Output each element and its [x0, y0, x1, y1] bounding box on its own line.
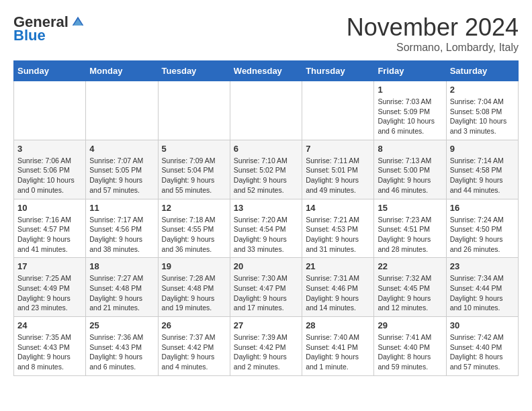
calendar-cell: 29Sunrise: 7:41 AM Sunset: 4:40 PM Dayli… — [374, 317, 446, 376]
day-number: 25 — [89, 320, 154, 330]
calendar-cell: 11Sunrise: 7:17 AM Sunset: 4:56 PM Dayli… — [86, 199, 158, 258]
day-info: Sunrise: 7:27 AM Sunset: 4:48 PM Dayligh… — [89, 273, 154, 313]
logo-icon — [71, 15, 85, 29]
calendar-cell: 21Sunrise: 7:31 AM Sunset: 4:46 PM Dayli… — [302, 258, 374, 317]
calendar-week-2: 10Sunrise: 7:16 AM Sunset: 4:57 PM Dayli… — [14, 199, 519, 258]
calendar-cell — [86, 81, 158, 140]
day-number: 8 — [378, 144, 442, 154]
calendar-cell: 28Sunrise: 7:40 AM Sunset: 4:41 PM Dayli… — [302, 317, 374, 376]
day-number: 30 — [450, 320, 515, 330]
calendar-cell: 3Sunrise: 7:06 AM Sunset: 5:06 PM Daylig… — [14, 140, 86, 199]
calendar-cell: 24Sunrise: 7:35 AM Sunset: 4:43 PM Dayli… — [14, 317, 86, 376]
day-info: Sunrise: 7:06 AM Sunset: 5:06 PM Dayligh… — [17, 156, 82, 195]
calendar-week-4: 24Sunrise: 7:35 AM Sunset: 4:43 PM Dayli… — [14, 317, 519, 376]
day-info: Sunrise: 7:30 AM Sunset: 4:47 PM Dayligh… — [234, 273, 298, 313]
calendar-week-3: 17Sunrise: 7:25 AM Sunset: 4:49 PM Dayli… — [14, 258, 519, 317]
day-info: Sunrise: 7:31 AM Sunset: 4:46 PM Dayligh… — [306, 273, 370, 313]
day-number: 17 — [17, 261, 82, 271]
calendar-cell — [14, 81, 86, 140]
day-info: Sunrise: 7:35 AM Sunset: 4:43 PM Dayligh… — [17, 332, 82, 372]
day-info: Sunrise: 7:40 AM Sunset: 4:41 PM Dayligh… — [306, 332, 370, 372]
day-info: Sunrise: 7:42 AM Sunset: 4:40 PM Dayligh… — [450, 332, 515, 372]
day-number: 19 — [162, 261, 226, 271]
calendar-cell: 9Sunrise: 7:14 AM Sunset: 4:58 PM Daylig… — [446, 140, 518, 199]
col-tuesday: Tuesday — [158, 61, 230, 81]
day-info: Sunrise: 7:24 AM Sunset: 4:50 PM Dayligh… — [450, 215, 515, 255]
calendar-week-0: 1Sunrise: 7:03 AM Sunset: 5:09 PM Daylig… — [14, 81, 519, 140]
calendar-cell: 22Sunrise: 7:32 AM Sunset: 4:45 PM Dayli… — [374, 258, 446, 317]
calendar-cell: 18Sunrise: 7:27 AM Sunset: 4:48 PM Dayli… — [86, 258, 158, 317]
day-info: Sunrise: 7:14 AM Sunset: 4:58 PM Dayligh… — [450, 156, 515, 195]
calendar-cell — [158, 81, 230, 140]
calendar-cell: 25Sunrise: 7:36 AM Sunset: 4:43 PM Dayli… — [86, 317, 158, 376]
day-number: 26 — [162, 320, 226, 330]
col-saturday: Saturday — [446, 61, 518, 81]
calendar-cell: 14Sunrise: 7:21 AM Sunset: 4:53 PM Dayli… — [302, 199, 374, 258]
day-number: 7 — [306, 144, 370, 154]
calendar-cell — [230, 81, 302, 140]
day-info: Sunrise: 7:23 AM Sunset: 4:51 PM Dayligh… — [378, 215, 442, 255]
calendar-cell: 10Sunrise: 7:16 AM Sunset: 4:57 PM Dayli… — [14, 199, 86, 258]
day-info: Sunrise: 7:17 AM Sunset: 4:56 PM Dayligh… — [89, 215, 154, 255]
day-number: 6 — [234, 144, 298, 154]
day-info: Sunrise: 7:11 AM Sunset: 5:01 PM Dayligh… — [306, 156, 370, 195]
calendar-cell: 23Sunrise: 7:34 AM Sunset: 4:44 PM Dayli… — [446, 258, 518, 317]
calendar-header: Sunday Monday Tuesday Wednesday Thursday… — [14, 61, 519, 81]
day-number: 27 — [234, 320, 298, 330]
logo: General Blue — [13, 13, 85, 44]
day-number: 29 — [378, 320, 442, 330]
calendar-body: 1Sunrise: 7:03 AM Sunset: 5:09 PM Daylig… — [14, 81, 519, 376]
day-number: 20 — [234, 261, 298, 271]
day-number: 5 — [162, 144, 226, 154]
day-number: 1 — [378, 85, 442, 95]
day-info: Sunrise: 7:37 AM Sunset: 4:42 PM Dayligh… — [162, 332, 226, 372]
day-info: Sunrise: 7:20 AM Sunset: 4:54 PM Dayligh… — [234, 215, 298, 255]
day-info: Sunrise: 7:07 AM Sunset: 5:05 PM Dayligh… — [89, 156, 154, 195]
day-number: 16 — [450, 203, 515, 213]
col-monday: Monday — [86, 61, 158, 81]
day-info: Sunrise: 7:39 AM Sunset: 4:42 PM Dayligh… — [234, 332, 298, 372]
day-info: Sunrise: 7:10 AM Sunset: 5:02 PM Dayligh… — [234, 156, 298, 195]
day-info: Sunrise: 7:36 AM Sunset: 4:43 PM Dayligh… — [89, 332, 154, 372]
location: Sormano, Lombardy, Italy — [347, 42, 519, 54]
day-number: 23 — [450, 261, 515, 271]
calendar-cell: 26Sunrise: 7:37 AM Sunset: 4:42 PM Dayli… — [158, 317, 230, 376]
day-info: Sunrise: 7:03 AM Sunset: 5:09 PM Dayligh… — [378, 97, 442, 136]
day-number: 22 — [378, 261, 442, 271]
calendar-cell: 2Sunrise: 7:04 AM Sunset: 5:08 PM Daylig… — [446, 81, 518, 140]
calendar-cell: 30Sunrise: 7:42 AM Sunset: 4:40 PM Dayli… — [446, 317, 518, 376]
day-info: Sunrise: 7:13 AM Sunset: 5:00 PM Dayligh… — [378, 156, 442, 195]
calendar-table: Sunday Monday Tuesday Wednesday Thursday… — [13, 60, 519, 376]
col-sunday: Sunday — [14, 61, 86, 81]
day-number: 10 — [17, 203, 82, 213]
day-number: 21 — [306, 261, 370, 271]
calendar-cell: 19Sunrise: 7:28 AM Sunset: 4:48 PM Dayli… — [158, 258, 230, 317]
day-info: Sunrise: 7:09 AM Sunset: 5:04 PM Dayligh… — [162, 156, 226, 195]
calendar-cell: 20Sunrise: 7:30 AM Sunset: 4:47 PM Dayli… — [230, 258, 302, 317]
col-thursday: Thursday — [302, 61, 374, 81]
day-number: 2 — [450, 85, 515, 95]
col-friday: Friday — [374, 61, 446, 81]
page-header: General Blue November 2024 Sormano, Lomb… — [13, 13, 519, 54]
calendar-cell: 27Sunrise: 7:39 AM Sunset: 4:42 PM Dayli… — [230, 317, 302, 376]
day-info: Sunrise: 7:34 AM Sunset: 4:44 PM Dayligh… — [450, 273, 515, 313]
day-info: Sunrise: 7:04 AM Sunset: 5:08 PM Dayligh… — [450, 97, 515, 136]
day-number: 11 — [89, 203, 154, 213]
day-info: Sunrise: 7:25 AM Sunset: 4:49 PM Dayligh… — [17, 273, 82, 313]
calendar-cell: 8Sunrise: 7:13 AM Sunset: 5:00 PM Daylig… — [374, 140, 446, 199]
calendar-cell: 4Sunrise: 7:07 AM Sunset: 5:05 PM Daylig… — [86, 140, 158, 199]
day-number: 12 — [162, 203, 226, 213]
calendar-cell: 7Sunrise: 7:11 AM Sunset: 5:01 PM Daylig… — [302, 140, 374, 199]
day-number: 3 — [17, 144, 82, 154]
calendar-cell: 15Sunrise: 7:23 AM Sunset: 4:51 PM Dayli… — [374, 199, 446, 258]
calendar-week-1: 3Sunrise: 7:06 AM Sunset: 5:06 PM Daylig… — [14, 140, 519, 199]
day-number: 14 — [306, 203, 370, 213]
calendar-cell: 5Sunrise: 7:09 AM Sunset: 5:04 PM Daylig… — [158, 140, 230, 199]
calendar-cell: 6Sunrise: 7:10 AM Sunset: 5:02 PM Daylig… — [230, 140, 302, 199]
day-number: 13 — [234, 203, 298, 213]
day-number: 24 — [17, 320, 82, 330]
day-number: 28 — [306, 320, 370, 330]
calendar-cell: 12Sunrise: 7:18 AM Sunset: 4:55 PM Dayli… — [158, 199, 230, 258]
day-number: 4 — [89, 144, 154, 154]
header-row: Sunday Monday Tuesday Wednesday Thursday… — [14, 61, 519, 81]
